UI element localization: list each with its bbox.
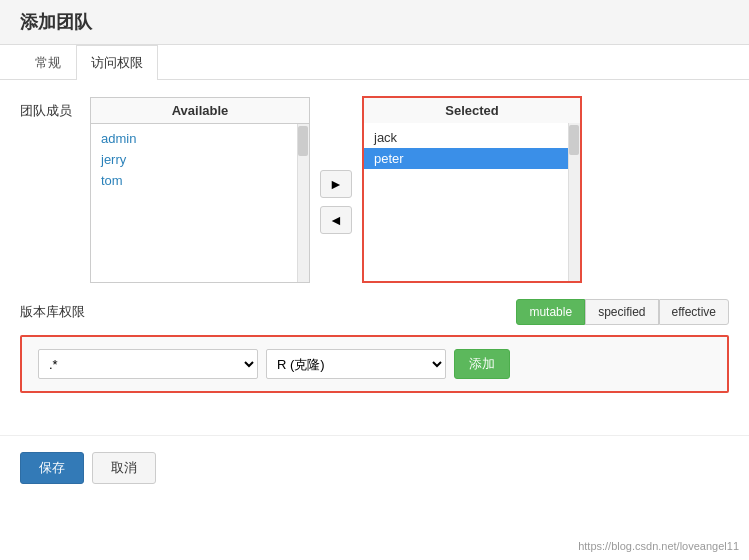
- move-left-button[interactable]: ◄: [320, 206, 352, 234]
- available-panel: Available admin jerry tom: [90, 97, 310, 283]
- list-item[interactable]: jack: [364, 127, 580, 148]
- list-item[interactable]: admin: [91, 128, 309, 149]
- permission-button-group: mutable specified effective: [516, 299, 729, 325]
- permission-row-box: .* R (克隆) RW (克隆+推送) RW+ (强制推送) - (禁止访问)…: [20, 335, 729, 393]
- cancel-button[interactable]: 取消: [92, 452, 156, 484]
- available-items: admin jerry tom: [91, 124, 309, 195]
- permissions-header: 版本库权限 mutable specified effective: [20, 299, 729, 325]
- main-content: 团队成员 Available admin jerry tom ► ◄: [0, 80, 749, 425]
- page-title: 添加团队: [20, 10, 729, 34]
- list-item[interactable]: tom: [91, 170, 309, 191]
- path-select[interactable]: .*: [38, 349, 258, 379]
- tabs-container: 常规 访问权限: [0, 45, 749, 80]
- selected-panel: Selected jack peter: [362, 96, 582, 283]
- selected-items: jack peter: [364, 123, 580, 173]
- save-button[interactable]: 保存: [20, 452, 84, 484]
- type-select[interactable]: R (克隆) RW (克隆+推送) RW+ (强制推送) - (禁止访问): [266, 349, 446, 379]
- list-item[interactable]: peter: [364, 148, 580, 169]
- permission-add-row: .* R (克隆) RW (克隆+推送) RW+ (强制推送) - (禁止访问)…: [38, 349, 711, 379]
- page-header: 添加团队: [0, 0, 749, 45]
- transfer-buttons: ► ◄: [310, 170, 362, 234]
- selected-list[interactable]: jack peter: [362, 123, 582, 283]
- tab-general[interactable]: 常规: [20, 45, 76, 80]
- footer-buttons: 保存 取消: [0, 435, 749, 500]
- effective-button[interactable]: effective: [659, 299, 729, 325]
- available-list[interactable]: admin jerry tom: [90, 123, 310, 283]
- permissions-section: 版本库权限 mutable specified effective .* R (…: [20, 299, 729, 393]
- permissions-label: 版本库权限: [20, 303, 90, 321]
- available-header: Available: [90, 97, 310, 123]
- tab-access[interactable]: 访问权限: [76, 45, 158, 80]
- selected-header: Selected: [362, 96, 582, 123]
- list-item[interactable]: jerry: [91, 149, 309, 170]
- team-members-section: 团队成员 Available admin jerry tom ► ◄: [20, 96, 729, 283]
- mutable-button[interactable]: mutable: [516, 299, 585, 325]
- watermark: https://blog.csdn.net/loveangel11: [578, 540, 739, 552]
- dual-list: Available admin jerry tom ► ◄ Selected: [90, 96, 582, 283]
- team-members-label: 团队成员: [20, 96, 90, 120]
- specified-button[interactable]: specified: [585, 299, 658, 325]
- add-button[interactable]: 添加: [454, 349, 510, 379]
- move-right-button[interactable]: ►: [320, 170, 352, 198]
